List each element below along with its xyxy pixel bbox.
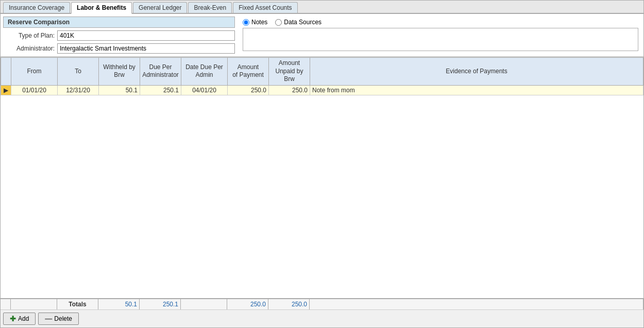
add-button[interactable]: ✚ Add	[3, 313, 36, 325]
totals-unpaid: 250.0	[268, 299, 310, 309]
totals-indicator	[1, 299, 11, 309]
col-to[interactable]: To	[58, 58, 99, 86]
data-table: From To Withheld byBrw Due PerAdministra…	[1, 57, 643, 95]
delete-button[interactable]: — Delete	[38, 313, 79, 325]
type-of-plan-input[interactable]	[57, 30, 235, 41]
tab-insurance-coverage[interactable]: Insurance Coverage	[3, 2, 70, 13]
add-label: Add	[18, 315, 29, 322]
col-unpaid[interactable]: AmountUnpaid byBrw	[269, 58, 310, 86]
notes-textarea[interactable]	[243, 28, 638, 51]
administrator-row: Administrator:	[3, 43, 235, 54]
left-panel: Reserve Comparison Type of Plan: Adminis…	[3, 17, 235, 54]
col-indicator	[1, 58, 11, 86]
data-sources-radio-option[interactable]: Data Sources	[275, 19, 321, 26]
col-withheld[interactable]: Withheld byBrw	[99, 58, 140, 86]
col-date-due[interactable]: Date Due PerAdmin	[181, 58, 228, 86]
totals-label: Totals	[57, 299, 98, 309]
totals-row: Totals 50.1 250.1 250.0 250.0	[1, 298, 643, 309]
data-sources-radio[interactable]	[275, 19, 282, 26]
data-sources-label: Data Sources	[284, 19, 321, 26]
delete-label: Delete	[54, 315, 72, 322]
table-row[interactable]: ▶01/01/2012/31/2050.1250.104/01/20250.02…	[1, 85, 643, 95]
notes-radio[interactable]	[243, 19, 249, 26]
col-from[interactable]: From	[11, 58, 58, 86]
delete-icon: —	[45, 315, 52, 323]
bottom-bar: ✚ Add — Delete	[1, 309, 643, 327]
totals-due: 250.1	[140, 299, 181, 309]
totals-evidence	[310, 299, 643, 309]
right-panel: Notes Data Sources	[240, 17, 641, 54]
grid-wrapper: From To Withheld byBrw Due PerAdministra…	[1, 57, 643, 298]
grid-section: From To Withheld byBrw Due PerAdministra…	[1, 57, 643, 309]
administrator-input[interactable]	[57, 43, 235, 54]
totals-amount: 250.0	[227, 299, 268, 309]
top-section: Reserve Comparison Type of Plan: Adminis…	[1, 14, 643, 57]
tab-labor-benefits[interactable]: Labor & Benefits	[71, 2, 132, 14]
totals-date-due	[181, 299, 227, 309]
table-header-row: From To Withheld byBrw Due PerAdministra…	[1, 58, 643, 86]
col-due[interactable]: Due PerAdministrator	[140, 58, 181, 86]
table-body: ▶01/01/2012/31/2050.1250.104/01/20250.02…	[1, 85, 643, 95]
notes-label: Notes	[251, 19, 267, 26]
content-area: Reserve Comparison Type of Plan: Adminis…	[1, 14, 643, 327]
tab-general-ledger[interactable]: General Ledger	[133, 2, 187, 13]
totals-from	[11, 299, 57, 309]
type-of-plan-row: Type of Plan:	[3, 30, 235, 41]
totals-withheld: 50.1	[98, 299, 140, 309]
add-icon: ✚	[10, 315, 16, 323]
administrator-label: Administrator:	[3, 45, 55, 52]
col-evidence[interactable]: Evidence of Payments	[310, 58, 643, 86]
radio-row: Notes Data Sources	[240, 17, 641, 28]
col-amount[interactable]: Amountof Payment	[228, 58, 269, 86]
notes-radio-option[interactable]: Notes	[243, 19, 267, 26]
tab-bar: Insurance Coverage Labor & Benefits Gene…	[1, 1, 643, 14]
reserve-comparison-header: Reserve Comparison	[3, 17, 235, 28]
tab-fixed-asset-counts[interactable]: Fixed Asset Counts	[233, 2, 297, 13]
type-of-plan-label: Type of Plan:	[3, 32, 55, 39]
tab-break-even[interactable]: Break-Even	[188, 2, 232, 13]
